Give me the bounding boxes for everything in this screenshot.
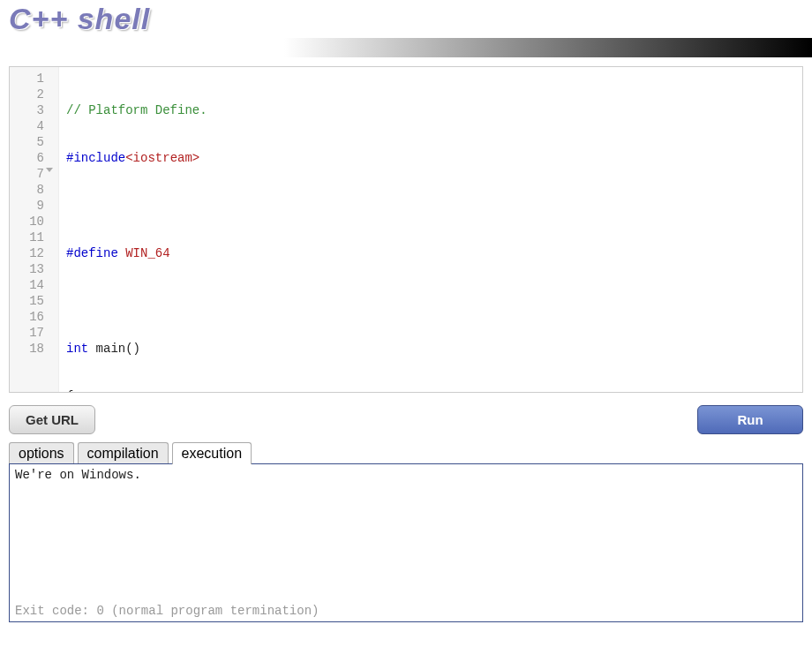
run-button[interactable]: Run	[697, 405, 803, 434]
code-line: #define WIN_64	[66, 245, 802, 261]
tab-compilation[interactable]: compilation	[78, 442, 169, 464]
gutter-line-number: 13	[10, 261, 53, 277]
editor-code-area[interactable]: // Platform Define. #include<iostream> #…	[59, 67, 802, 392]
fold-marker-icon[interactable]	[46, 168, 53, 172]
gutter-line-number: 3	[10, 102, 53, 118]
code-line	[66, 293, 802, 309]
code-line: {	[66, 388, 802, 393]
gutter-line-number: 12	[10, 245, 53, 261]
app-logo: C++ shell	[9, 0, 803, 36]
code-line	[66, 198, 802, 214]
tab-execution[interactable]: execution	[172, 442, 252, 464]
gutter-line-number: 18	[10, 341, 53, 357]
main-content: 123456789101112131415161718 // Platform …	[0, 57, 812, 631]
header: C++ shell	[0, 0, 812, 36]
gutter-line-number: 7	[10, 166, 53, 182]
gutter-line-number: 17	[10, 325, 53, 341]
exit-code-text: Exit code: 0 (normal program termination…	[15, 604, 319, 618]
gutter-line-number: 14	[10, 277, 53, 293]
gutter-line-number: 5	[10, 134, 53, 150]
gutter-line-number: 1	[10, 71, 53, 87]
code-line: int main()	[66, 341, 802, 357]
gutter-line-number: 15	[10, 293, 53, 309]
tab-options[interactable]: options	[9, 442, 74, 464]
gutter-line-number: 8	[10, 182, 53, 198]
gutter-line-number: 9	[10, 198, 53, 214]
editor-gutter: 123456789101112131415161718	[10, 67, 59, 392]
button-row: Get URL Run	[9, 405, 803, 434]
gutter-line-number: 6	[10, 150, 53, 166]
gutter-line-number: 2	[10, 87, 53, 102]
gutter-line-number: 16	[10, 309, 53, 325]
program-output: We're on Windows.	[15, 468, 797, 482]
output-panel: We're on Windows. Exit code: 0 (normal p…	[9, 463, 803, 622]
output-tabs: options compilation execution	[9, 441, 803, 463]
gutter-line-number: 10	[10, 214, 53, 229]
code-line: #include<iostream>	[66, 150, 802, 166]
header-separator	[0, 38, 812, 57]
gutter-line-number: 11	[10, 229, 53, 245]
gutter-line-number: 4	[10, 118, 53, 134]
code-editor[interactable]: 123456789101112131415161718 // Platform …	[9, 66, 803, 393]
code-line: // Platform Define.	[66, 102, 802, 118]
get-url-button[interactable]: Get URL	[9, 405, 95, 434]
